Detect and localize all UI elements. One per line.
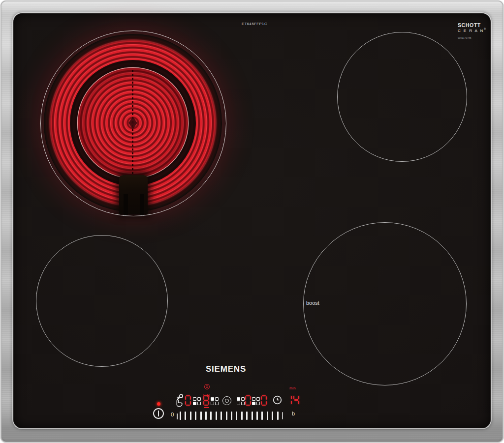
double-circle-inner bbox=[225, 399, 229, 403]
slider-tick bbox=[200, 412, 202, 420]
ceran-product-text: C E R A N® bbox=[458, 28, 483, 33]
slider-tick bbox=[185, 412, 186, 420]
clock-icon bbox=[273, 395, 282, 405]
timer-key[interactable] bbox=[273, 395, 282, 407]
slider-tick bbox=[180, 412, 181, 420]
slider-tick bbox=[241, 412, 243, 420]
quadrant-tl bbox=[193, 397, 196, 401]
quadrant-bl bbox=[211, 402, 214, 405]
slider-tick bbox=[261, 412, 263, 420]
double-circle-icon[interactable] bbox=[222, 396, 231, 405]
power-icon-bar bbox=[158, 411, 159, 416]
quadrant-bl bbox=[237, 402, 240, 405]
quadrant-tr bbox=[215, 397, 219, 401]
quadrant-tl bbox=[211, 397, 214, 401]
burner-back-right-outline bbox=[337, 32, 467, 162]
timer-display bbox=[286, 395, 299, 405]
zone-select-back-left[interactable] bbox=[211, 397, 219, 406]
registered-mark: ® bbox=[484, 28, 486, 30]
quadrant-br bbox=[241, 402, 245, 405]
quadrant-tr bbox=[197, 397, 201, 401]
display-front-right bbox=[261, 395, 267, 406]
slider-tick bbox=[210, 412, 212, 420]
key-hand-lock-icon bbox=[173, 393, 184, 408]
slider-end-label: b bbox=[292, 411, 295, 416]
slider-tick bbox=[256, 412, 258, 420]
child-lock-key[interactable] bbox=[173, 393, 184, 410]
timer-unit-label: min bbox=[289, 386, 295, 390]
quadrant-bl bbox=[252, 402, 255, 405]
slider-tick bbox=[226, 412, 227, 420]
schott-maker-text: SCHOTT bbox=[458, 22, 483, 28]
slider-tick bbox=[205, 412, 207, 420]
quadrant-tr bbox=[256, 397, 260, 401]
cooktop-steel-frame: ET645FFP1C SCHOTT C E R A N® 9001173785 … bbox=[0, 0, 504, 443]
slider-tick bbox=[282, 412, 283, 419]
quadrant-tr bbox=[241, 397, 245, 401]
standby-led bbox=[157, 402, 160, 406]
slider-tick bbox=[195, 412, 196, 420]
burner-front-left-outline bbox=[36, 235, 168, 367]
slider-start-label: 0 bbox=[171, 412, 174, 417]
model-number: ET645FFP1C bbox=[225, 22, 284, 26]
slider-tick bbox=[246, 412, 248, 420]
siemens-logo: SIEMENS bbox=[203, 364, 249, 374]
quadrant-tl bbox=[237, 397, 240, 401]
quadrant-tl bbox=[252, 397, 255, 401]
double-circle-red-inner bbox=[206, 385, 208, 388]
power-slider-ticks[interactable] bbox=[180, 412, 284, 420]
slider-tick bbox=[220, 412, 222, 420]
slider-tick bbox=[236, 412, 237, 420]
burner-front-right-outline bbox=[303, 222, 467, 385]
slider-tick bbox=[231, 412, 232, 420]
slider-tick bbox=[252, 412, 253, 420]
slider-zero-tick bbox=[177, 413, 178, 419]
zone-select-front-right[interactable] bbox=[252, 397, 260, 406]
schott-ceran-logo: SCHOTT C E R A N® 9001173785 bbox=[458, 22, 483, 39]
power-icon[interactable] bbox=[153, 408, 164, 419]
quadrant-br bbox=[256, 402, 260, 405]
quadrant-bl bbox=[193, 402, 196, 405]
slider-tick bbox=[267, 412, 268, 420]
serial-number: 9001173785 bbox=[458, 37, 483, 39]
boost-zone-label: boost bbox=[306, 300, 319, 306]
display-back-left bbox=[203, 395, 209, 406]
quadrant-br bbox=[215, 402, 219, 405]
display-front-left bbox=[185, 395, 191, 406]
slider-tick bbox=[277, 412, 279, 420]
zone-select-back-right[interactable] bbox=[237, 397, 245, 406]
double-circle-red-icon bbox=[204, 384, 210, 389]
slider-tick bbox=[190, 412, 191, 420]
quadrant-br bbox=[197, 402, 201, 405]
slider-tick bbox=[272, 412, 273, 420]
slider-tick bbox=[216, 412, 217, 420]
display-back-right bbox=[245, 395, 251, 406]
zone-select-front-left[interactable] bbox=[193, 397, 201, 406]
burner-back-left-outline bbox=[40, 30, 226, 216]
